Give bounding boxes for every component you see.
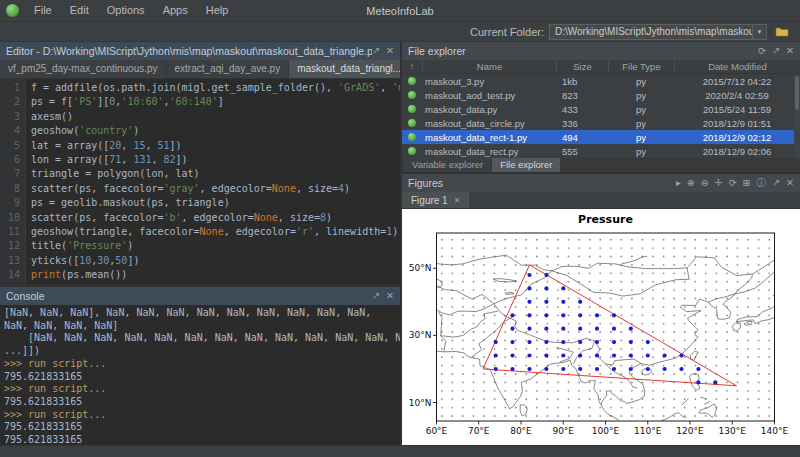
console-line: [NaN, NaN, NaN], NaN, NaN, NaN, NaN, NaN… bbox=[4, 307, 396, 320]
column-header-date-modified[interactable]: Date Modified bbox=[674, 60, 800, 73]
figure-tab-label: Figure 1 bbox=[411, 195, 448, 206]
column-header-name[interactable]: Name bbox=[422, 60, 556, 73]
console-line: 795.621833165 bbox=[4, 421, 396, 434]
table-row[interactable]: maskout_data_rect-1.py494py2018/12/9 02:… bbox=[402, 130, 800, 144]
main-area: Editor - D:\Working\MIScript\Jython\mis\… bbox=[0, 42, 800, 445]
file-date-modified: 2018/12/9 01:51 bbox=[674, 118, 800, 129]
code-line: lat = array([20, 15, 51]) bbox=[31, 139, 400, 153]
table-row[interactable]: maskout_aod_test.py823py2020/2/4 02:59 bbox=[402, 88, 800, 102]
pan-icon[interactable]: ✛ bbox=[715, 174, 723, 192]
file-type: py bbox=[608, 104, 674, 115]
code-line: geoshow('country') bbox=[31, 124, 400, 138]
figures-panel: Figures ▸⊕⊖✛⟳⊞ⓘ↗✕ Figure 1 ✕ 60°E70°E80°… bbox=[402, 174, 800, 445]
top-toolbar: Current Folder: D:\Working\MIScript\Jyth… bbox=[0, 22, 800, 42]
svg-text:90°E: 90°E bbox=[552, 426, 574, 436]
figures-panel-header: Figures ▸⊕⊖✛⟳⊞ⓘ↗✕ bbox=[402, 174, 800, 192]
file-type: py bbox=[608, 118, 674, 129]
chevron-down-icon[interactable]: ▼ bbox=[752, 25, 766, 39]
zoom-out-icon[interactable]: ⊖ bbox=[701, 174, 709, 192]
float-icon[interactable]: ↗ bbox=[372, 42, 380, 60]
menu-file[interactable]: File bbox=[25, 0, 61, 21]
code-line: print(ps.mean()) bbox=[31, 268, 400, 282]
editor-tab-0[interactable]: vf_pm25_day-max_continuous.py bbox=[0, 60, 167, 78]
menu-help[interactable]: Help bbox=[197, 0, 238, 21]
editor-panel: Editor - D:\Working\MIScript\Jython\mis\… bbox=[0, 42, 400, 285]
code-line: scatter(ps, facecolor='gray', edgecolor=… bbox=[31, 182, 400, 196]
svg-text:80°E: 80°E bbox=[510, 426, 532, 436]
table-row[interactable]: maskout_data_rect.py555py2018/12/9 02:06 bbox=[402, 144, 800, 158]
column-header-size[interactable]: Size bbox=[556, 60, 608, 73]
svg-text:50°N: 50°N bbox=[409, 263, 432, 273]
app-window: MeteoInfoLab FileEditOptionsAppsHelp Cur… bbox=[0, 0, 800, 457]
file-name: maskout_data_circle.py bbox=[422, 118, 556, 129]
close-icon[interactable]: ✕ bbox=[786, 42, 794, 60]
console-panel-header: Console ↗✕ bbox=[0, 287, 400, 305]
column-header-file-type[interactable]: File Type bbox=[608, 60, 674, 73]
close-icon[interactable]: ✕ bbox=[454, 196, 461, 205]
table-row[interactable]: maskout_data_circle.py336py2018/12/9 01:… bbox=[402, 116, 800, 130]
file-explorer-panel: File explorer ⟳↗✕ ↑ NameSizeFile TypeDat… bbox=[402, 42, 800, 172]
current-folder-label: Current Folder: bbox=[470, 26, 544, 38]
menu-edit[interactable]: Edit bbox=[61, 0, 98, 21]
browse-folder-button[interactable] bbox=[772, 24, 792, 40]
svg-text:100°E: 100°E bbox=[592, 426, 620, 436]
code-line: geoshow(triangle, facecolor=None, edgeco… bbox=[31, 225, 400, 239]
info-icon[interactable]: ⓘ bbox=[757, 174, 767, 192]
current-folder-combobox[interactable]: D:\Working\MIScript\Jython\mis\map\masko… bbox=[549, 24, 767, 40]
code-line: axesm() bbox=[31, 110, 400, 124]
editor-header-icons: ↗✕ bbox=[372, 42, 394, 60]
console-line: 795.621833165 bbox=[4, 371, 396, 384]
float-icon[interactable]: ↗ bbox=[772, 174, 780, 192]
table-row[interactable]: maskout_data.py433py2015/5/24 11:59 bbox=[402, 102, 800, 116]
float-icon[interactable]: ↗ bbox=[372, 287, 380, 305]
editor-tabbar: vf_pm25_day-max_continuous.pyextract_aqi… bbox=[0, 60, 400, 79]
code-text[interactable]: f = addfile(os.path.join(migl.get_sample… bbox=[26, 79, 400, 285]
editor-tab-2[interactable]: maskout_data_triangl... bbox=[289, 60, 400, 78]
console-line: >>> run script... bbox=[4, 358, 396, 371]
close-icon[interactable]: ✕ bbox=[786, 174, 794, 192]
zoom-in-icon[interactable]: ⊕ bbox=[687, 174, 695, 192]
menu-apps[interactable]: Apps bbox=[154, 0, 197, 21]
python-file-icon bbox=[408, 77, 416, 85]
code-line: lon = array([71, 131, 82]) bbox=[31, 153, 400, 167]
console-line: 795.621833165 bbox=[4, 396, 396, 409]
python-file-icon bbox=[408, 105, 416, 113]
file-name: maskout_data.py bbox=[422, 104, 556, 115]
svg-text:30°N: 30°N bbox=[409, 330, 432, 340]
file-size: 336 bbox=[556, 118, 608, 129]
cursor-icon[interactable]: ▸ bbox=[676, 174, 681, 192]
console-output[interactable]: [NaN, NaN, NaN], NaN, NaN, NaN, NaN, NaN… bbox=[0, 305, 400, 445]
refresh-icon[interactable]: ⟳ bbox=[729, 174, 737, 192]
tab-figure-1[interactable]: Figure 1 ✕ bbox=[402, 192, 469, 208]
refresh-icon[interactable]: ⟳ bbox=[758, 42, 766, 60]
code-line: ps = geolib.maskout(ps, triangle) bbox=[31, 196, 400, 210]
save-icon[interactable]: ⊞ bbox=[743, 174, 751, 192]
menu-options[interactable]: Options bbox=[98, 0, 154, 21]
figure-canvas[interactable]: 60°E70°E80°E90°E100°E110°E120°E130°E140°… bbox=[402, 209, 800, 445]
close-icon[interactable]: ✕ bbox=[386, 287, 394, 305]
python-file-icon bbox=[408, 91, 416, 99]
console-line: [NaN, NaN, NaN, NaN, NaN, NaN, NaN, NaN,… bbox=[4, 332, 396, 345]
code-line: scatter(ps, facecolor='b', edgecolor=Non… bbox=[31, 211, 400, 225]
file-type: py bbox=[608, 146, 674, 157]
explorer-bottom-tabs: Variable explorerFile explorer bbox=[402, 158, 800, 172]
float-icon[interactable]: ↗ bbox=[772, 42, 780, 60]
tab-variable-explorer[interactable]: Variable explorer bbox=[404, 158, 491, 172]
file-size: 494 bbox=[556, 132, 608, 143]
file-explorer-header-icons: ⟳↗✕ bbox=[758, 42, 794, 60]
code-line: f = addfile(os.path.join(migl.get_sample… bbox=[31, 81, 400, 95]
console-header-icons: ↗✕ bbox=[372, 287, 394, 305]
file-size: 555 bbox=[556, 146, 608, 157]
file-date-modified: 2020/2/4 02:59 bbox=[674, 90, 800, 101]
close-icon[interactable]: ✕ bbox=[386, 42, 394, 60]
editor-tab-1[interactable]: extract_aqi_day_ave.py bbox=[167, 60, 290, 78]
table-row[interactable]: maskout_3.py1kbpy2015/7/12 04:22 bbox=[402, 74, 800, 88]
code-editor[interactable]: 1234567891011121314 f = addfile(os.path.… bbox=[0, 79, 400, 285]
left-column: Editor - D:\Working\MIScript\Jython\mis\… bbox=[0, 42, 400, 445]
file-date-modified: 2018/12/9 02:06 bbox=[674, 146, 800, 157]
svg-text:Pressure: Pressure bbox=[578, 213, 633, 226]
tab-file-explorer[interactable]: File explorer bbox=[492, 158, 560, 172]
up-directory-icon[interactable]: ↑ bbox=[402, 61, 422, 72]
scrollbar[interactable] bbox=[794, 74, 800, 158]
svg-text:140°E: 140°E bbox=[761, 426, 789, 436]
